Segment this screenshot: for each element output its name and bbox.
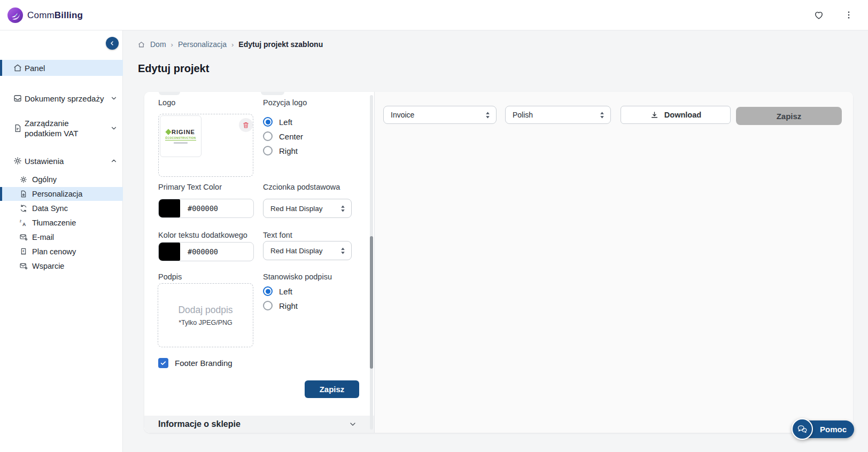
sidebar-item-dokumenty-sprzedazy[interactable]: Dokumenty sprzedaży — [0, 90, 123, 106]
sidebar-item-ogolny[interactable]: Ogólny — [0, 173, 123, 186]
sidebar-item-plan-cenowy[interactable]: € Plan cenowy — [0, 245, 123, 259]
scrolled-field-remnant — [261, 92, 284, 95]
language-select[interactable]: Polish — [505, 106, 611, 124]
mail-gear-icon — [19, 233, 28, 241]
text-font-select[interactable]: Red Hat Display — [263, 241, 352, 260]
template-type-select[interactable]: Invoice — [383, 106, 497, 124]
form-scrollbar-thumb[interactable] — [370, 236, 373, 369]
radio-checked-icon[interactable] — [263, 117, 273, 127]
sidebar-item-wsparcie[interactable]: Wsparcie — [0, 259, 123, 273]
receipt-euro-icon: € — [19, 247, 28, 256]
signature-position-option-left[interactable]: Left — [263, 286, 292, 296]
sidebar-item-zarzadzanie-vat[interactable]: Zarządzanie podatkiem VAT — [0, 116, 123, 141]
logo-diamond-mark — [165, 129, 171, 135]
logo-fine-print — [174, 142, 188, 144]
download-button[interactable]: Download — [621, 106, 731, 124]
color-swatch-black[interactable] — [159, 199, 180, 217]
radio-unchecked-icon[interactable] — [263, 146, 273, 155]
breadcrumb-link-personalizacja[interactable]: Personalizacja — [178, 40, 227, 49]
chat-bubbles-icon[interactable] — [792, 418, 813, 440]
breadcrumb-separator: › — [171, 41, 173, 49]
sidebar-collapse-button[interactable] — [106, 37, 119, 50]
sidebar: Panel Dokumenty sprzedaży Zarządzanie po… — [0, 30, 123, 452]
logo-position-label: Pozycja logo — [263, 98, 307, 107]
select-stepper-icon — [485, 111, 491, 119]
select-stepper-icon — [340, 205, 346, 213]
primary-text-color-label: Primary Text Color — [158, 183, 222, 191]
footer-branding-checkbox-row[interactable]: Footer Branding — [158, 358, 232, 368]
brand-logo[interactable]: CommBilling — [7, 7, 83, 23]
base-font-select[interactable]: Red Hat Display — [263, 199, 352, 218]
logo-position-option-center[interactable]: Center — [263, 131, 303, 141]
svg-text:ż: ż — [20, 219, 21, 223]
top-bar: CommBilling — [0, 0, 868, 30]
template-preview-pane: Invoice Polish Download Zapisz — [374, 92, 853, 433]
primary-text-color-input[interactable]: #000000 — [158, 199, 254, 218]
gear-icon — [13, 156, 22, 166]
translate-icon: żA — [19, 219, 28, 227]
page-title: Edytuj projekt — [138, 63, 209, 75]
home-icon — [13, 63, 22, 73]
breadcrumb-home-icon — [137, 41, 145, 49]
radio-unchecked-icon[interactable] — [263, 301, 273, 310]
breadcrumb-current: Edytuj projekt szablonu — [238, 40, 323, 49]
trash-icon — [242, 121, 250, 129]
form-save-button[interactable]: Zapisz — [305, 380, 359, 398]
signature-label: Podpis — [158, 272, 182, 281]
signature-position-label: Stanowisko podpisu — [263, 272, 332, 281]
document-icon — [13, 123, 22, 133]
delete-logo-button[interactable] — [239, 118, 253, 132]
sidebar-item-ustawienia[interactable]: Ustawienia — [0, 153, 123, 168]
sidebar-item-personalizacja[interactable]: Personalizacja — [0, 187, 123, 201]
main-content: Dom › Personalizacja › Edytuj projekt sz… — [123, 30, 868, 452]
uploaded-logo-image: RIGINE ÉCOCONSTRUCTION — [160, 115, 201, 157]
kebab-menu-icon[interactable] — [841, 7, 856, 22]
radio-unchecked-icon[interactable] — [263, 131, 273, 141]
favorites-heart-icon[interactable] — [811, 7, 826, 22]
secondary-text-color-input[interactable]: #000000 — [158, 242, 254, 261]
editor-card: Logo RIGINE ÉCOCONSTRUCTION Pozycja logo… — [144, 92, 853, 433]
select-stepper-icon — [599, 111, 605, 119]
base-font-label: Czcionka podstawowa — [263, 183, 340, 191]
inbox-icon — [13, 93, 22, 103]
preview-save-button-disabled[interactable]: Zapisz — [736, 107, 842, 125]
radio-checked-icon[interactable] — [263, 286, 273, 296]
signature-upload-box[interactable]: Dodaj podpis *Tylko JPEG/PNG — [158, 283, 253, 347]
chevron-down-icon — [110, 124, 118, 132]
scrolled-field-remnant — [159, 92, 180, 95]
download-icon — [650, 111, 659, 120]
template-form-pane: Logo RIGINE ÉCOCONSTRUCTION Pozycja logo… — [144, 92, 374, 433]
breadcrumb-link-dom[interactable]: Dom — [150, 40, 166, 49]
brand-name: CommBilling — [27, 10, 83, 21]
chevron-up-icon — [110, 157, 118, 165]
svg-text:€: € — [22, 250, 25, 253]
color-swatch-black[interactable] — [159, 243, 180, 261]
chevron-down-icon — [348, 420, 357, 428]
breadcrumb-separator: › — [231, 41, 234, 49]
svg-text:A: A — [22, 222, 26, 227]
logo-position-option-right[interactable]: Right — [263, 146, 298, 155]
signature-position-option-right[interactable]: Right — [263, 301, 298, 310]
breadcrumb: Dom › Personalizacja › Edytuj projekt sz… — [137, 40, 323, 49]
select-stepper-icon — [340, 247, 346, 255]
text-font-label: Text font — [263, 231, 292, 239]
sidebar-item-tlumaczenie[interactable]: żA Tłumaczenie — [0, 216, 123, 230]
sidebar-item-panel[interactable]: Panel — [0, 60, 123, 76]
sidebar-item-data-sync[interactable]: Data Sync — [0, 201, 123, 215]
chevron-down-icon — [110, 95, 118, 102]
logo-upload-box[interactable]: RIGINE ÉCOCONSTRUCTION — [158, 114, 253, 177]
secondary-text-color-label: Kolor tekstu dodatkowego — [158, 231, 247, 239]
sidebar-item-email[interactable]: E-mail — [0, 230, 123, 244]
shop-info-accordion[interactable]: Informacje o sklepie — [144, 416, 374, 433]
logo-position-option-left[interactable]: Left — [263, 117, 292, 127]
brand-logo-icon — [7, 7, 23, 23]
document-gear-icon — [19, 190, 28, 198]
sync-icon — [19, 204, 28, 213]
logo-field-label: Logo — [158, 98, 175, 107]
mail-gear-icon — [19, 262, 28, 270]
gear-icon — [19, 175, 28, 184]
checkbox-checked-icon[interactable] — [158, 358, 168, 368]
